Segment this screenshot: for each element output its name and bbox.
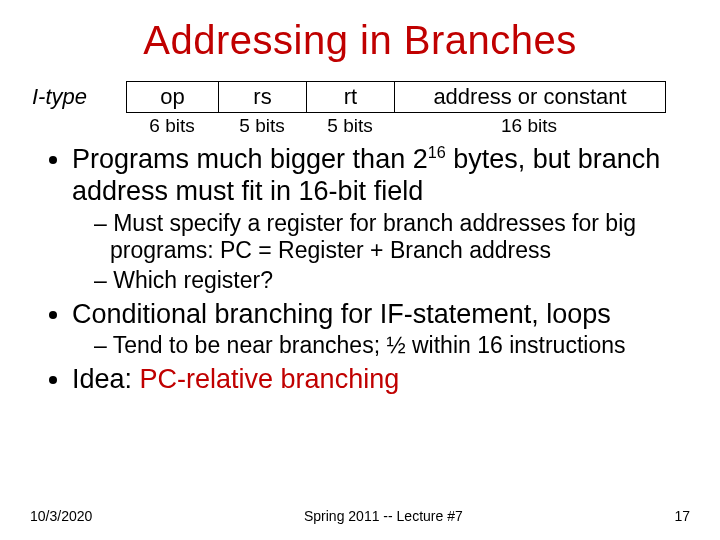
bullet-1-sup: 16 bbox=[428, 143, 446, 161]
bullet-3-accent: PC-relative branching bbox=[140, 364, 400, 394]
footer-lecture: Spring 2011 -- Lecture #7 bbox=[92, 508, 674, 524]
footer-date: 10/3/2020 bbox=[30, 508, 92, 524]
itype-label: I-type bbox=[30, 84, 120, 110]
bits-rt: 5 bits bbox=[306, 115, 394, 137]
bullet-2: Conditional branching for IF-statement, … bbox=[72, 299, 690, 360]
bullet-2-text: Conditional branching for IF-statement, … bbox=[72, 299, 611, 329]
bullet-3: Idea: PC-relative branching bbox=[72, 364, 690, 396]
bits-addr: 16 bits bbox=[394, 115, 664, 137]
field-table: op rs rt address or constant bbox=[126, 81, 666, 113]
bullet-list: Programs much bigger than 216 bytes, but… bbox=[30, 143, 690, 396]
slide-title: Addressing in Branches bbox=[30, 18, 690, 63]
bits-rs: 5 bits bbox=[218, 115, 306, 137]
bits-row: 6 bits 5 bits 5 bits 16 bits bbox=[126, 115, 690, 137]
field-rs: rs bbox=[219, 82, 307, 112]
bullet-1: Programs much bigger than 216 bytes, but… bbox=[72, 143, 690, 295]
bullet-3-text-a: Idea: bbox=[72, 364, 140, 394]
instruction-format-row: I-type op rs rt address or constant bbox=[30, 81, 690, 113]
footer-page: 17 bbox=[674, 508, 690, 524]
bits-op: 6 bits bbox=[126, 115, 218, 137]
bullet-2-sub-1: Tend to be near branches; ½ within 16 in… bbox=[94, 332, 690, 360]
bullet-1-text-a: Programs much bigger than 2 bbox=[72, 144, 428, 174]
bullet-1-sub-2: Which register? bbox=[94, 267, 690, 295]
bullet-1-sub-1: Must specify a register for branch addre… bbox=[94, 210, 690, 265]
field-rt: rt bbox=[307, 82, 395, 112]
slide-footer: 10/3/2020 Spring 2011 -- Lecture #7 17 bbox=[30, 508, 690, 524]
field-addr: address or constant bbox=[395, 82, 665, 112]
field-op: op bbox=[127, 82, 219, 112]
